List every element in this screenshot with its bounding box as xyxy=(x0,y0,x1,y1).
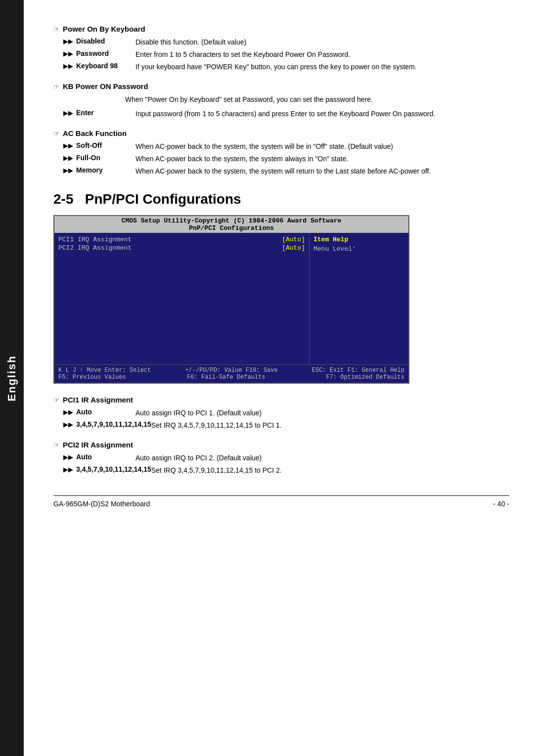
bios-footer-col3: ESC: Exit F1: General Help xyxy=(312,367,404,374)
section-title-pci1: ☞ PCI1 IR Assignment xyxy=(53,396,509,404)
section-pci2-ir: ☞ PCI2 IR Assignment ▶▶ Auto Auto assign… xyxy=(53,441,509,476)
list-item: ▶▶ Enter Input password (from 1 to 5 cha… xyxy=(63,109,509,119)
sidebar: English xyxy=(0,0,24,756)
section-pointer-icon: ☞ xyxy=(53,25,60,33)
chapter-title: PnP/PCI Configurations xyxy=(85,191,241,207)
section-heading-pci2: PCI2 IR Assignment xyxy=(63,441,133,449)
section-pointer-icon: ☞ xyxy=(53,441,60,449)
bios-footer: K L J ↑ Move Enter: Select +/-/PU/PD: Va… xyxy=(54,364,408,383)
bios-left-panel: PCI1 IRQ Assignment [Auto] PCI2 IRQ Assi… xyxy=(54,233,310,364)
double-arrow-icon: ▶▶ xyxy=(63,50,73,60)
item-label-pci1-irq: 3,4,5,7,9,10,11,12,14,15 xyxy=(76,420,151,431)
bios-row-pci2: PCI2 IRQ Assignment [Auto] xyxy=(58,244,305,252)
chapter-heading: 2-5 PnP/PCI Configurations xyxy=(53,191,509,207)
bios-footer-row2: F5: Previous Values F6: Fail-Safe Defaul… xyxy=(58,374,404,381)
section-title-ac-back: ☞ AC Back Function xyxy=(53,129,509,137)
item-desc-enter: Input password (from 1 to 5 characters) … xyxy=(135,109,509,119)
item-desc-keyboard98: If your keyboard have "POWER Key" button… xyxy=(135,62,509,72)
item-label-pci2-auto: Auto xyxy=(76,453,135,463)
bios-footer-col1: K L J ↑ Move Enter: Select xyxy=(58,367,151,374)
bios-body: PCI1 IRQ Assignment [Auto] PCI2 IRQ Assi… xyxy=(54,233,408,364)
bios-row-pci1: PCI1 IRQ Assignment [Auto] xyxy=(58,236,305,243)
bios-header: CMOS Setup Utility-Copyright (C) 1984-20… xyxy=(54,216,408,233)
bios-header-line2: PnP/PCI Configurations xyxy=(54,224,408,232)
bios-footer-row1: K L J ↑ Move Enter: Select +/-/PU/PD: Va… xyxy=(58,367,404,374)
section-pointer-icon: ☞ xyxy=(53,83,60,90)
list-item: ▶▶ Disabled Disable this function. (Defa… xyxy=(63,37,509,47)
sidebar-label: English xyxy=(5,355,18,401)
item-desc-pci2-auto: Auto assign IRQ to PCI 2. (Default value… xyxy=(135,453,509,463)
list-item: ▶▶ Keyboard 98 If your keyboard have "PO… xyxy=(63,62,509,72)
bios-right-panel: Item Help Menu Level' xyxy=(310,233,408,364)
chapter-number: 2-5 xyxy=(53,191,73,207)
item-desc-disabled: Disable this function. (Default value) xyxy=(135,37,509,47)
bios-help-title: Item Help xyxy=(313,236,404,243)
item-desc-password: Enter from 1 to 5 characters to set the … xyxy=(135,49,509,60)
double-arrow-icon: ▶▶ xyxy=(63,466,73,476)
double-arrow-icon: ▶▶ xyxy=(63,62,73,72)
item-desc-pci1-auto: Auto assign IRQ to PCI 1. (Default value… xyxy=(135,408,509,418)
item-label-password: Password xyxy=(76,49,135,60)
list-item: ▶▶ 3,4,5,7,9,10,11,12,14,15 Set IRQ 3,4,… xyxy=(63,420,509,431)
double-arrow-icon: ▶▶ xyxy=(63,154,73,164)
section-pointer-icon: ☞ xyxy=(53,396,60,404)
section-title-power-on-keyboard: ☞ Power On By Keyboard xyxy=(53,25,509,33)
page-footer: GA-965GM-(D)S2 Motherboard - 40 - xyxy=(53,495,509,508)
item-label-disabled: Disabled xyxy=(76,37,135,47)
bios-value-pci1: [Auto] xyxy=(282,236,305,243)
section-kb-power-on-password: ☞ KB Power ON Password When "Power On by… xyxy=(53,82,509,119)
item-label-softoff: Soft-Off xyxy=(76,141,135,152)
double-arrow-icon: ▶▶ xyxy=(63,453,73,463)
double-arrow-icon: ▶▶ xyxy=(63,38,73,47)
double-arrow-icon: ▶▶ xyxy=(63,408,73,418)
section-heading-kb-power: KB Power ON Password xyxy=(63,82,148,90)
item-desc-pci1-irq: Set IRQ 3,4,5,7,9,10,11,12,14,15 to PCI … xyxy=(151,420,509,431)
bios-footer-col2b: F6: Fail-Safe Defaults xyxy=(187,374,265,381)
footer-right: - 40 - xyxy=(493,500,509,508)
double-arrow-icon: ▶▶ xyxy=(63,109,73,119)
section-heading-pci1: PCI1 IR Assignment xyxy=(63,396,133,404)
double-arrow-icon: ▶▶ xyxy=(63,142,73,152)
section-title-kb-power: ☞ KB Power ON Password xyxy=(53,82,509,90)
double-arrow-icon: ▶▶ xyxy=(63,421,73,431)
bios-empty-space xyxy=(58,253,305,361)
list-item: ▶▶ Memory When AC-power back to the syst… xyxy=(63,166,509,177)
double-arrow-icon: ▶▶ xyxy=(63,167,73,177)
section-pointer-icon: ☞ xyxy=(53,130,60,137)
bios-screen: CMOS Setup Utility-Copyright (C) 1984-20… xyxy=(53,215,409,384)
list-item: ▶▶ Full-On When AC-power back to the sys… xyxy=(63,154,509,164)
bios-help-content: Menu Level' xyxy=(313,245,404,253)
section-pci1-ir: ☞ PCI1 IR Assignment ▶▶ Auto Auto assign… xyxy=(53,396,509,431)
section-ac-back-function: ☞ AC Back Function ▶▶ Soft-Off When AC-p… xyxy=(53,129,509,177)
item-desc-fullon: When AC-power back to the system, the sy… xyxy=(135,154,509,164)
section-power-on-keyboard: ☞ Power On By Keyboard ▶▶ Disabled Disab… xyxy=(53,25,509,72)
bios-footer-col2: +/-/PU/PD: Value F10: Save xyxy=(185,367,277,374)
item-desc-memory: When AC-power back to the system, the sy… xyxy=(135,166,509,177)
footer-left: GA-965GM-(D)S2 Motherboard xyxy=(53,500,150,508)
item-desc-softoff: When AC-power back to the system, the sy… xyxy=(135,141,509,152)
list-item: ▶▶ 3,4,5,7,9,10,11,12,14,15 Set IRQ 3,4,… xyxy=(63,465,509,476)
bios-label-pci1: PCI1 IRQ Assignment xyxy=(58,236,132,243)
item-label-keyboard98: Keyboard 98 xyxy=(76,62,135,72)
bios-label-pci2: PCI2 IRQ Assignment xyxy=(58,244,132,252)
bios-header-line1: CMOS Setup Utility-Copyright (C) 1984-20… xyxy=(54,217,408,224)
list-item: ▶▶ Auto Auto assign IRQ to PCI 1. (Defau… xyxy=(63,408,509,418)
bios-footer-col3b: F7: Optimized Defaults xyxy=(326,374,404,381)
list-item: ▶▶ Soft-Off When AC-power back to the sy… xyxy=(63,141,509,152)
list-item: ▶▶ Password Enter from 1 to 5 characters… xyxy=(63,49,509,60)
item-label-pci2-irq: 3,4,5,7,9,10,11,12,14,15 xyxy=(76,465,151,476)
bios-footer-col1b: F5: Previous Values xyxy=(58,374,126,381)
item-label-fullon: Full-On xyxy=(76,154,135,164)
main-content: ☞ Power On By Keyboard ▶▶ Disabled Disab… xyxy=(29,0,534,528)
bios-value-pci2: [Auto] xyxy=(282,244,305,252)
list-item: ▶▶ Auto Auto assign IRQ to PCI 2. (Defau… xyxy=(63,453,509,463)
kb-power-intro: When "Power On by Keyboard" set at Passw… xyxy=(125,94,509,105)
item-desc-pci2-irq: Set IRQ 3,4,5,7,9,10,11,12,14,15 to PCI … xyxy=(151,465,509,476)
section-heading-power-on-keyboard: Power On By Keyboard xyxy=(63,25,145,33)
item-label-enter: Enter xyxy=(76,109,135,119)
section-heading-ac-back: AC Back Function xyxy=(63,129,127,137)
item-label-memory: Memory xyxy=(76,166,135,177)
item-label-pci1-auto: Auto xyxy=(76,408,135,418)
section-title-pci2: ☞ PCI2 IR Assignment xyxy=(53,441,509,449)
